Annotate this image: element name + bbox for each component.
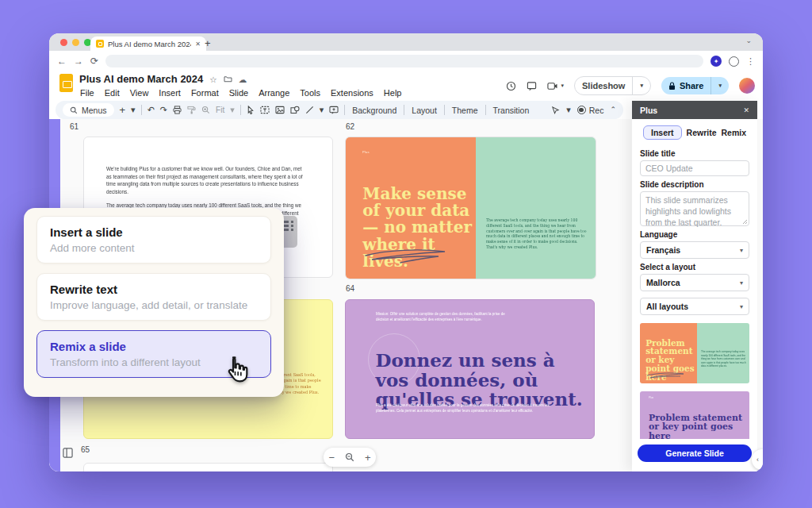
meet-camera-icon[interactable]: ▾ bbox=[547, 82, 564, 90]
slideshow-chevron-icon[interactable]: ▾ bbox=[633, 83, 650, 89]
menu-edit[interactable]: Edit bbox=[105, 88, 120, 98]
layout-select[interactable]: Mallorca ▾ bbox=[640, 274, 749, 291]
record-button[interactable]: Rec bbox=[577, 106, 604, 115]
zoom-out-button[interactable]: − bbox=[328, 452, 335, 463]
slide-number: 64 bbox=[346, 284, 354, 293]
transition-button[interactable]: Transition bbox=[492, 106, 531, 115]
back-icon[interactable]: ← bbox=[57, 56, 67, 66]
slide-number: 62 bbox=[346, 122, 354, 131]
browser-tab[interactable]: Plus AI demo March 2024 - G ✕ bbox=[90, 37, 206, 51]
plus-extension-icon[interactable]: ✦ bbox=[710, 56, 722, 67]
line-chevron-icon[interactable]: ▾ bbox=[320, 106, 324, 114]
divider bbox=[141, 105, 142, 115]
camera-chevron-icon[interactable]: ▾ bbox=[561, 83, 564, 89]
star-icon[interactable]: ☆ bbox=[209, 75, 216, 84]
slide-number: 65 bbox=[81, 445, 90, 454]
menu-help[interactable]: Help bbox=[384, 88, 402, 98]
option-title: Insert a slide bbox=[50, 225, 258, 239]
comment-history-icon[interactable] bbox=[527, 81, 537, 91]
menu-arrange[interactable]: Arrange bbox=[259, 88, 289, 98]
tab-search-chevron-icon[interactable]: ⌄ bbox=[745, 37, 752, 44]
slide-title-input[interactable]: CEO Update bbox=[640, 160, 749, 176]
layout-button[interactable]: Layout bbox=[410, 106, 439, 115]
theme-button[interactable]: Theme bbox=[450, 106, 480, 115]
cloud-status-icon[interactable]: ☁ bbox=[239, 75, 247, 84]
tab-remix[interactable]: Remix bbox=[721, 128, 746, 137]
search-menus-button[interactable]: Menus bbox=[63, 103, 114, 117]
new-tab-button[interactable]: + bbox=[205, 37, 211, 49]
fit-zoom-select[interactable]: Fit bbox=[216, 106, 224, 114]
slide-64[interactable]: Mission: Offrir une solution complète de… bbox=[345, 299, 595, 439]
language-select[interactable]: Français ▾ bbox=[640, 241, 749, 259]
slideshow-label: Slideshow bbox=[575, 81, 632, 90]
version-history-icon[interactable] bbox=[506, 81, 516, 91]
print-icon[interactable] bbox=[173, 106, 182, 114]
menu-slide[interactable]: Slide bbox=[229, 88, 248, 98]
menu-format[interactable]: Format bbox=[191, 88, 219, 98]
rewrite-text-option[interactable]: Rewrite text Improve language, add detai… bbox=[36, 273, 271, 321]
sidebar-footer: Generate Slide bbox=[632, 439, 757, 471]
forward-icon[interactable]: → bbox=[74, 56, 83, 66]
text-box-icon[interactable] bbox=[260, 106, 270, 114]
share-button[interactable]: Share ▾ bbox=[661, 77, 729, 94]
new-slide-chevron-icon[interactable]: ▾ bbox=[131, 106, 136, 114]
close-window-button[interactable] bbox=[60, 39, 67, 46]
collapse-toolbar-chevron-icon[interactable]: ⌃ bbox=[610, 106, 616, 114]
menu-tools[interactable]: Tools bbox=[300, 88, 320, 98]
hand-cursor-icon bbox=[221, 352, 253, 387]
redo-icon[interactable]: ↷ bbox=[160, 106, 167, 114]
tab-insert[interactable]: Insert bbox=[643, 125, 682, 140]
tab-rewrite[interactable]: Rewrite bbox=[687, 128, 717, 137]
menu-insert[interactable]: Insert bbox=[159, 88, 181, 98]
share-chevron-icon[interactable]: ▾ bbox=[711, 83, 729, 89]
select-cursor-icon[interactable] bbox=[247, 106, 255, 114]
undo-icon[interactable]: ↶ bbox=[147, 106, 155, 114]
background-button[interactable]: Background bbox=[350, 106, 398, 115]
document-title[interactable]: Plus AI demo March 2024 bbox=[79, 73, 203, 85]
insert-line-icon[interactable] bbox=[305, 106, 314, 114]
menu-extensions[interactable]: Extensions bbox=[331, 88, 373, 98]
layout-preview-1[interactable]: Problem statement or key point goes here… bbox=[640, 323, 749, 383]
browser-profile-icon[interactable] bbox=[729, 56, 739, 67]
menus-label: Menus bbox=[82, 106, 107, 115]
account-avatar[interactable] bbox=[739, 78, 755, 94]
reload-icon[interactable]: ⟳ bbox=[90, 56, 98, 66]
browser-toolbar: ← → ⟳ ✦ ⋮ bbox=[49, 51, 763, 71]
new-slide-button[interactable]: + bbox=[120, 105, 126, 115]
slideshow-button[interactable]: Slideshow ▾ bbox=[574, 76, 651, 95]
move-folder-icon[interactable] bbox=[224, 75, 232, 83]
paint-format-icon[interactable] bbox=[187, 106, 196, 114]
zoom-in-button[interactable]: + bbox=[365, 452, 371, 463]
slide-64-kicker: Mission: Offrir une solution complète de… bbox=[376, 311, 512, 322]
pointer-chevron-icon[interactable]: ▾ bbox=[566, 106, 571, 114]
fit-chevron-icon[interactable]: ▾ bbox=[230, 106, 235, 114]
address-bar[interactable] bbox=[105, 55, 703, 67]
menu-file[interactable]: File bbox=[80, 88, 94, 98]
option-title: Rewrite text bbox=[50, 283, 258, 296]
layout-filter-select[interactable]: All layouts ▾ bbox=[640, 298, 749, 315]
minimize-window-button[interactable] bbox=[72, 39, 79, 46]
magnifier-icon[interactable] bbox=[345, 452, 354, 462]
insert-image-icon[interactable] bbox=[275, 106, 285, 114]
divider bbox=[404, 105, 404, 115]
slide-62[interactable]: Plus Make sense of your data — no matter… bbox=[345, 137, 596, 279]
close-tab-icon[interactable]: ✕ bbox=[195, 40, 201, 48]
grid-view-icon[interactable] bbox=[63, 448, 73, 458]
close-sidebar-icon[interactable]: ✕ bbox=[743, 106, 749, 114]
slide-description-textarea[interactable]: This slide summarizes highlights and low… bbox=[640, 191, 749, 226]
record-icon bbox=[577, 106, 586, 114]
slide-62-mint-panel: The average tech company today uses near… bbox=[476, 137, 596, 279]
google-slides-logo-icon[interactable] bbox=[59, 74, 73, 92]
slide-65[interactable] bbox=[83, 463, 333, 471]
insert-comment-icon[interactable] bbox=[329, 106, 339, 114]
menu-view[interactable]: View bbox=[130, 88, 149, 98]
sidebar-title: Plus bbox=[640, 106, 657, 115]
zoom-icon[interactable] bbox=[201, 106, 210, 114]
language-label: Language bbox=[640, 230, 749, 239]
insert-slide-option[interactable]: Insert a slide Add more content bbox=[36, 216, 271, 264]
insert-shape-icon[interactable] bbox=[290, 106, 300, 114]
laser-pointer-icon[interactable] bbox=[551, 106, 560, 114]
generate-slide-button[interactable]: Generate Slide bbox=[638, 444, 752, 462]
browser-menu-icon[interactable]: ⋮ bbox=[746, 56, 755, 67]
plus-sidebar-header: Plus ✕ bbox=[632, 101, 757, 119]
